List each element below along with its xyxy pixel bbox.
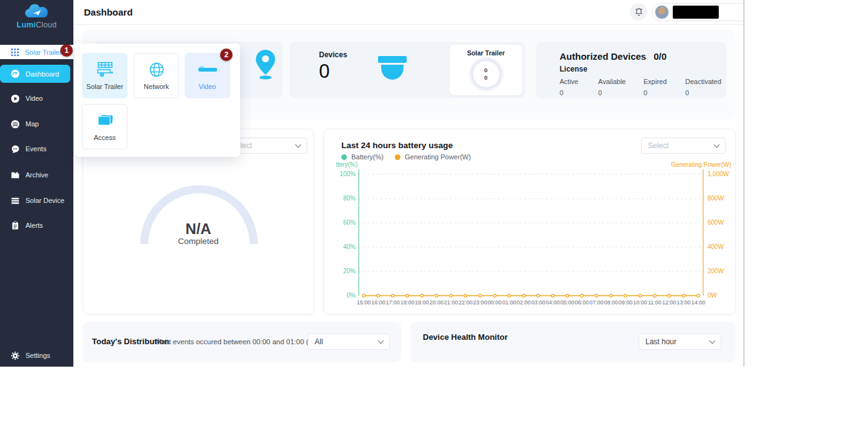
select-value: Last hour [645, 337, 676, 346]
avatar [655, 5, 669, 19]
popup-item-access[interactable]: Access [82, 104, 127, 149]
map-icon [11, 120, 20, 129]
svg-text:04:00: 04:00 [546, 299, 560, 306]
quick-access-popup: Solar Trailer Network Video Access [75, 44, 240, 157]
svg-text:17:00: 17:00 [386, 299, 400, 306]
top-header: Dashboard [73, 0, 744, 25]
chat-bubble-icon [11, 144, 20, 154]
svg-text:200W: 200W [708, 268, 724, 274]
sidebar-item-video[interactable]: Video [0, 91, 73, 106]
gear-icon [11, 351, 20, 360]
popup-item-label: Access [94, 134, 116, 141]
svg-text:400W: 400W [708, 243, 724, 250]
folder-icon [11, 171, 20, 180]
popup-item-label: Network [144, 83, 169, 90]
svg-text:12:00: 12:00 [662, 299, 676, 306]
sidebar-item-label: Archive [25, 171, 48, 179]
devices-label: Devices [319, 50, 347, 59]
brand-logo: LumiCloud [0, 2, 73, 29]
svg-text:19:00: 19:00 [415, 299, 429, 306]
svg-text:02:00: 02:00 [517, 299, 531, 306]
sidebar-item-label: Settings [25, 352, 50, 359]
dashboard-gauge-icon [11, 69, 20, 78]
location-pin-icon [254, 49, 277, 80]
chevron-down-icon [378, 338, 384, 344]
select-value: All [315, 337, 323, 346]
video-recorder-icon [197, 62, 218, 78]
svg-text:80%: 80% [343, 195, 356, 202]
battery-chart-title: Last 24 hours battery usage [341, 141, 453, 150]
svg-text:00:00: 00:00 [487, 299, 502, 306]
svg-text:03:00: 03:00 [531, 299, 545, 306]
popup-item-label: Solar Trailer [86, 83, 123, 90]
battery-usage-chart: 100%1,000W80%800W60%600W40%400W20%200W0%… [336, 161, 731, 307]
battery-select-dropdown[interactable]: Select [641, 138, 726, 154]
chevron-down-icon [714, 142, 720, 148]
mini-card-title: Solar Trailer [450, 49, 522, 57]
todays-distribution-card: Today's Distribution Most events occured… [83, 322, 401, 362]
user-name-redacted [673, 6, 719, 19]
svg-text:0W: 0W [708, 292, 718, 299]
license-col-deactivated: Deactivated0 [685, 78, 721, 96]
svg-text:Battery(%): Battery(%) [336, 161, 358, 168]
annotation-step-2-badge: 2 [220, 49, 233, 61]
sidebar-item-settings[interactable]: Settings [0, 348, 73, 363]
svg-text:21:00: 21:00 [444, 299, 458, 306]
svg-text:14:00: 14:00 [691, 299, 706, 306]
popup-item-solar-trailer[interactable]: Solar Trailer [82, 53, 127, 98]
authorized-devices-card: Authorized Devices0/0 License Active0 Av… [536, 42, 726, 98]
svg-text:05:00: 05:00 [560, 299, 575, 306]
legend-power: Generating Power(W) [395, 153, 471, 161]
svg-text:800W: 800W [708, 195, 724, 202]
svg-text:08:00: 08:00 [604, 299, 618, 306]
app-window: LumiCloud Solar Trailer Dashboard Video [0, 0, 744, 367]
svg-text:06:00: 06:00 [575, 299, 589, 306]
license-label: License [560, 65, 588, 73]
distribution-filter-dropdown[interactable]: All [308, 334, 390, 350]
popup-item-network[interactable]: Network [134, 53, 179, 98]
ring-value-bottom: 0 [484, 74, 487, 82]
sidebar-item-solar-device[interactable]: Solar Device [0, 193, 73, 208]
svg-text:13:00: 13:00 [676, 299, 691, 306]
svg-text:600W: 600W [708, 219, 724, 226]
sidebar-item-label: Solar Trailer [25, 49, 62, 56]
sidebar-item-map[interactable]: Map [0, 116, 73, 131]
cloud-logo-icon [24, 4, 50, 21]
license-col-active: Active0 [560, 78, 598, 96]
popup-item-label: Video [199, 83, 216, 90]
network-globe-icon [149, 62, 165, 78]
select-placeholder: Select [648, 141, 668, 150]
svg-text:16:00: 16:00 [371, 299, 386, 306]
solar-trailer-ring: 0 0 [471, 59, 502, 90]
svg-text:11:00: 11:00 [648, 299, 662, 306]
svg-text:1,000W: 1,000W [708, 171, 729, 177]
dome-camera-icon [377, 55, 407, 85]
sidebar-item-dashboard[interactable]: Dashboard [0, 65, 70, 83]
devices-count: 0 [319, 60, 330, 83]
svg-text:Generating Power(W): Generating Power(W) [671, 161, 731, 168]
svg-text:20:00: 20:00 [430, 299, 444, 306]
license-columns: Active0 Available0 Expired0 Deactivated0 [560, 78, 721, 96]
page-title: Dashboard [84, 7, 132, 17]
chevron-down-icon [709, 338, 716, 344]
solar-trailer-mini-card: Solar Trailer 0 0 [450, 45, 522, 95]
annotation-step-1-badge: 1 [60, 44, 73, 57]
user-account-menu[interactable] [652, 3, 744, 21]
sidebar-item-archive[interactable]: Archive [0, 167, 73, 182]
chevron-down-icon [295, 142, 302, 148]
sidebar-item-alerts[interactable]: Alerts [0, 218, 73, 233]
svg-text:0%: 0% [347, 292, 356, 299]
sidebar-item-events[interactable]: Events [0, 141, 73, 156]
solar-panel-list-icon [11, 196, 20, 205]
health-range-dropdown[interactable]: Last hour [639, 334, 721, 350]
svg-text:22:00: 22:00 [458, 299, 473, 306]
svg-text:10:00: 10:00 [633, 299, 647, 306]
gauge-value: N/A [83, 220, 313, 238]
svg-text:09:00: 09:00 [619, 299, 633, 306]
license-col-available: Available0 [598, 78, 644, 96]
health-title: Device Health Monitor [423, 332, 508, 342]
apps-grid-icon [11, 48, 19, 57]
notification-bell-button[interactable] [630, 3, 647, 21]
svg-text:23:00: 23:00 [473, 299, 487, 306]
legend-dot-orange [395, 154, 400, 160]
